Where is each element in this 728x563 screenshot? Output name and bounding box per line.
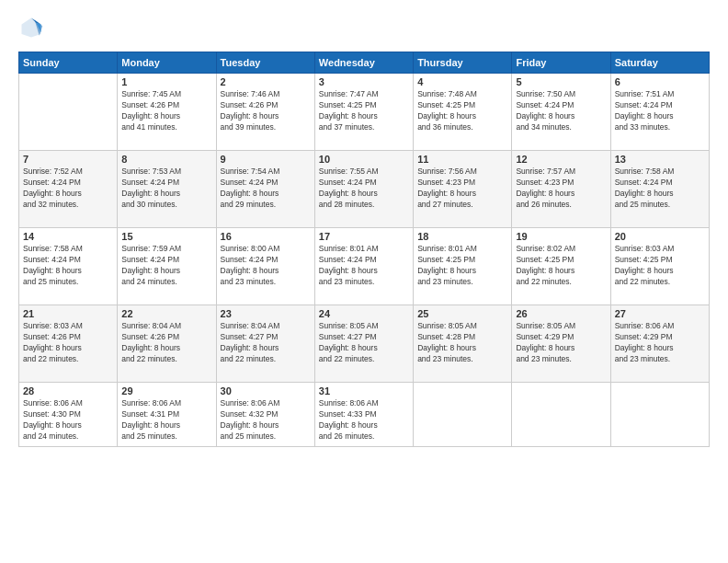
weekday-header-row: SundayMondayTuesdayWednesdayThursdayFrid… [19,52,710,74]
day-number: 28 [23,385,113,396]
calendar-cell: 12Sunrise: 7:57 AMSunset: 4:23 PMDayligh… [512,151,610,228]
calendar-cell [414,383,512,447]
day-info: Sunrise: 8:06 AMSunset: 4:29 PMDaylight:… [615,321,705,365]
day-info: Sunrise: 7:59 AMSunset: 4:24 PMDaylight:… [121,244,211,288]
day-info: Sunrise: 7:55 AMSunset: 4:24 PMDaylight:… [319,167,409,211]
day-number: 7 [23,154,113,165]
day-info: Sunrise: 8:00 AMSunset: 4:24 PMDaylight:… [221,244,311,288]
calendar-cell: 19Sunrise: 8:02 AMSunset: 4:25 PMDayligh… [512,228,610,305]
header [18,15,710,40]
day-number: 3 [319,76,409,87]
day-number: 14 [23,231,113,242]
day-number: 19 [516,231,606,242]
day-info: Sunrise: 8:03 AMSunset: 4:26 PMDaylight:… [23,321,113,365]
day-number: 30 [221,385,311,396]
calendar-week-row: 7Sunrise: 7:52 AMSunset: 4:24 PMDaylight… [19,151,710,228]
calendar-cell: 8Sunrise: 7:53 AMSunset: 4:24 PMDaylight… [118,151,216,228]
calendar-cell: 24Sunrise: 8:05 AMSunset: 4:27 PMDayligh… [314,305,413,383]
logo-icon [18,15,44,40]
day-info: Sunrise: 7:58 AMSunset: 4:24 PMDaylight:… [23,244,113,288]
calendar-cell: 4Sunrise: 7:48 AMSunset: 4:25 PMDaylight… [414,74,512,151]
calendar-cell: 21Sunrise: 8:03 AMSunset: 4:26 PMDayligh… [19,305,118,383]
calendar-cell: 20Sunrise: 8:03 AMSunset: 4:25 PMDayligh… [610,228,709,305]
day-number: 31 [319,385,409,396]
day-info: Sunrise: 8:01 AMSunset: 4:25 PMDaylight:… [417,244,507,288]
day-info: Sunrise: 8:06 AMSunset: 4:31 PMDaylight:… [121,398,211,442]
day-info: Sunrise: 8:06 AMSunset: 4:32 PMDaylight:… [221,398,311,442]
weekday-header-friday: Friday [512,52,610,74]
day-info: Sunrise: 7:52 AMSunset: 4:24 PMDaylight:… [23,167,113,211]
day-number: 2 [221,76,311,87]
calendar-week-row: 28Sunrise: 8:06 AMSunset: 4:30 PMDayligh… [19,383,710,447]
day-info: Sunrise: 8:05 AMSunset: 4:28 PMDaylight:… [417,321,507,365]
calendar-cell: 10Sunrise: 7:55 AMSunset: 4:24 PMDayligh… [314,151,413,228]
calendar-cell: 9Sunrise: 7:54 AMSunset: 4:24 PMDaylight… [216,151,314,228]
calendar-cell [512,383,610,447]
calendar-table: SundayMondayTuesdayWednesdayThursdayFrid… [18,52,710,447]
day-number: 15 [121,231,211,242]
calendar-cell: 1Sunrise: 7:45 AMSunset: 4:26 PMDaylight… [118,74,216,151]
day-number: 20 [615,231,705,242]
weekday-header-thursday: Thursday [414,52,512,74]
day-info: Sunrise: 7:48 AMSunset: 4:25 PMDaylight:… [417,89,507,133]
day-info: Sunrise: 7:50 AMSunset: 4:24 PMDaylight:… [516,89,606,133]
calendar-cell: 25Sunrise: 8:05 AMSunset: 4:28 PMDayligh… [414,305,512,383]
day-info: Sunrise: 7:58 AMSunset: 4:24 PMDaylight:… [615,167,705,211]
calendar-week-row: 1Sunrise: 7:45 AMSunset: 4:26 PMDaylight… [19,74,710,151]
calendar-cell: 29Sunrise: 8:06 AMSunset: 4:31 PMDayligh… [118,383,216,447]
day-number: 12 [516,154,606,165]
day-info: Sunrise: 7:56 AMSunset: 4:23 PMDaylight:… [417,167,507,211]
calendar-cell: 30Sunrise: 8:06 AMSunset: 4:32 PMDayligh… [216,383,314,447]
calendar-cell: 16Sunrise: 8:00 AMSunset: 4:24 PMDayligh… [216,228,314,305]
day-number: 5 [516,76,606,87]
calendar-cell: 28Sunrise: 8:06 AMSunset: 4:30 PMDayligh… [19,383,118,447]
day-info: Sunrise: 8:05 AMSunset: 4:29 PMDaylight:… [516,321,606,365]
day-number: 16 [221,231,311,242]
day-info: Sunrise: 7:51 AMSunset: 4:24 PMDaylight:… [615,89,705,133]
day-number: 29 [121,385,211,396]
day-info: Sunrise: 8:04 AMSunset: 4:26 PMDaylight:… [121,321,211,365]
calendar-week-row: 21Sunrise: 8:03 AMSunset: 4:26 PMDayligh… [19,305,710,383]
calendar-cell: 7Sunrise: 7:52 AMSunset: 4:24 PMDaylight… [19,151,118,228]
calendar-cell [610,383,709,447]
day-number: 23 [221,308,311,319]
page: SundayMondayTuesdayWednesdayThursdayFrid… [0,0,728,563]
day-info: Sunrise: 7:57 AMSunset: 4:23 PMDaylight:… [516,167,606,211]
calendar-week-row: 14Sunrise: 7:58 AMSunset: 4:24 PMDayligh… [19,228,710,305]
calendar-cell: 27Sunrise: 8:06 AMSunset: 4:29 PMDayligh… [610,305,709,383]
day-number: 1 [121,76,211,87]
day-info: Sunrise: 7:45 AMSunset: 4:26 PMDaylight:… [121,89,211,133]
weekday-header-saturday: Saturday [610,52,709,74]
calendar-cell: 3Sunrise: 7:47 AMSunset: 4:25 PMDaylight… [314,74,413,151]
day-info: Sunrise: 8:04 AMSunset: 4:27 PMDaylight:… [221,321,311,365]
weekday-header-wednesday: Wednesday [314,52,413,74]
day-number: 22 [121,308,211,319]
weekday-header-monday: Monday [118,52,216,74]
day-number: 8 [121,154,211,165]
calendar-cell: 31Sunrise: 8:06 AMSunset: 4:33 PMDayligh… [314,383,413,447]
day-number: 10 [319,154,409,165]
weekday-header-tuesday: Tuesday [216,52,314,74]
calendar-cell: 18Sunrise: 8:01 AMSunset: 4:25 PMDayligh… [414,228,512,305]
calendar-cell: 15Sunrise: 7:59 AMSunset: 4:24 PMDayligh… [118,228,216,305]
day-number: 9 [221,154,311,165]
day-number: 26 [516,308,606,319]
calendar-cell: 2Sunrise: 7:46 AMSunset: 4:26 PMDaylight… [216,74,314,151]
day-info: Sunrise: 8:06 AMSunset: 4:30 PMDaylight:… [23,398,113,442]
calendar-cell: 23Sunrise: 8:04 AMSunset: 4:27 PMDayligh… [216,305,314,383]
day-info: Sunrise: 7:46 AMSunset: 4:26 PMDaylight:… [221,89,311,133]
calendar-cell: 11Sunrise: 7:56 AMSunset: 4:23 PMDayligh… [414,151,512,228]
day-number: 24 [319,308,409,319]
day-info: Sunrise: 7:54 AMSunset: 4:24 PMDaylight:… [221,167,311,211]
day-info: Sunrise: 8:02 AMSunset: 4:25 PMDaylight:… [516,244,606,288]
day-info: Sunrise: 7:53 AMSunset: 4:24 PMDaylight:… [121,167,211,211]
day-number: 17 [319,231,409,242]
day-number: 18 [417,231,507,242]
day-number: 13 [615,154,705,165]
day-number: 25 [417,308,507,319]
calendar-cell: 13Sunrise: 7:58 AMSunset: 4:24 PMDayligh… [610,151,709,228]
day-number: 4 [417,76,507,87]
day-number: 21 [23,308,113,319]
calendar-cell: 26Sunrise: 8:05 AMSunset: 4:29 PMDayligh… [512,305,610,383]
day-number: 11 [417,154,507,165]
